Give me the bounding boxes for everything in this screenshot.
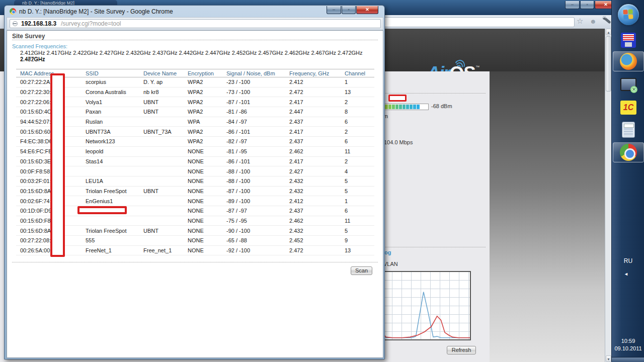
table-cell: 2.417 <box>285 156 341 166</box>
table-cell: -65 / -88 <box>222 236 285 246</box>
airos-logo-tm: ™ <box>475 65 479 69</box>
table-cell: NONE <box>184 186 222 196</box>
table-cell: WPA2 <box>184 77 222 87</box>
close-button[interactable]: ✕ <box>356 6 378 14</box>
table-cell: Volya1 <box>82 97 139 107</box>
table-cell <box>139 146 184 156</box>
table-cell: UBNT <box>139 97 184 107</box>
table-cell: 00:27:22:08:5 <box>16 236 82 246</box>
signal-segment <box>410 105 413 109</box>
table-cell: WPA2 <box>184 137 222 147</box>
table-row[interactable]: 00:1D:0F:D9:0NONE-87 / -972.4376 <box>16 206 374 216</box>
clock-time[interactable]: 10:59 <box>612 338 644 344</box>
table-cell: UBNT73A <box>82 127 139 137</box>
taskbar-item-save-app[interactable] <box>618 30 639 50</box>
table-row[interactable]: 00:27:22:06:CVolya1UBNTWPA2-87 / -1012.4… <box>16 97 374 107</box>
extension-icon[interactable]: ☻ <box>590 18 597 25</box>
table-row[interactable]: 00:15:6D:3E:2Stas14NONE-86 / -1012.4172 <box>16 156 374 166</box>
browser-scrollbar[interactable]: ▲ ▼ <box>605 29 611 362</box>
table-row[interactable]: 00:0F:F8:58:8NONE-88 / -1002.4274 <box>16 166 374 176</box>
minimize-button[interactable]: – <box>565 1 580 9</box>
table-cell: -81 / -95 <box>222 146 285 156</box>
table-cell: Triolan FreeSpot <box>82 226 139 236</box>
page-title: Site Survey <box>12 33 45 40</box>
table-row[interactable]: 00:15:6D:4C:FPaxanUBNTWPA2-81 / -862.447… <box>16 107 374 117</box>
taskbar-item-remote-desktop[interactable] <box>618 74 639 95</box>
table-cell: 555 <box>82 236 139 246</box>
taskbar-item-calculator[interactable] <box>618 120 639 140</box>
table-cell: WPA <box>184 117 222 127</box>
taskbar-item-firefox[interactable] <box>613 51 644 71</box>
scanned-frequencies-label: Scanned Frequencies: <box>12 43 67 49</box>
scan-button[interactable]: Scan <box>351 266 372 275</box>
table-row[interactable]: 00:27:22:2A:6scorpiusD. Y. apWPA2-23 / -… <box>16 77 374 87</box>
table-cell: 5 <box>341 176 374 186</box>
table-cell: UBNT <box>139 107 184 117</box>
firefox-icon <box>620 53 637 70</box>
maximize-button[interactable]: ▫ <box>342 6 356 14</box>
column-header: SSID <box>82 69 139 77</box>
table-cell: NONE <box>184 236 222 246</box>
taskbar-item-chrome[interactable] <box>613 142 644 162</box>
table-cell: 2.412 <box>285 196 341 206</box>
table-cell: 2.437 <box>285 137 341 147</box>
table-row[interactable]: 00:02:6F:74:4EnGenius1NONE-89 / -1002.41… <box>16 196 374 206</box>
taskbar-item-1c[interactable]: 1С <box>618 98 639 118</box>
floppy-icon <box>621 33 636 48</box>
scroll-down-icon[interactable]: ▼ <box>606 355 611 362</box>
table-row[interactable]: 00:27:22:08:5555NONE-65 / -882.4529 <box>16 236 374 246</box>
table-cell: 6 <box>341 137 374 147</box>
signal-segment <box>406 105 409 109</box>
table-row[interactable]: 00:27:22:30:3Corona Australisnb kr8WPA2-… <box>16 87 374 97</box>
table-cell: NONE <box>184 245 222 255</box>
table-cell: -87 / -97 <box>222 206 285 216</box>
table-cell: 2.412 <box>285 77 341 87</box>
table-row[interactable]: 00:03:2F:01:0LEU1ANONE-88 / -1002.4325 <box>16 176 374 186</box>
table-cell: -90 / -100 <box>222 226 285 236</box>
table-cell: NONE <box>184 226 222 236</box>
table-cell: NONE <box>184 196 222 206</box>
table-cell: 94:44:52:07:3 <box>16 117 82 127</box>
table-cell: 2.472 <box>285 87 341 97</box>
table-row[interactable]: 94:44:52:07:3RuslanWPA-84 / -972.4376 <box>16 117 374 127</box>
table-cell: -86 / -101 <box>222 127 285 137</box>
log-link-fragment[interactable]: og <box>384 249 391 255</box>
table-cell: Paxan <box>82 107 139 117</box>
refresh-button[interactable]: Refresh <box>447 346 476 354</box>
minimize-button[interactable]: – <box>327 6 341 14</box>
show-desktop-button[interactable] <box>612 357 644 362</box>
chart-lines <box>373 272 470 339</box>
clock-date[interactable]: 09.10.2011 <box>612 345 644 351</box>
table-row[interactable]: 00:15:6D:F8:FNONE-75 / -952.46211 <box>16 216 374 226</box>
table-cell: NONE <box>184 206 222 216</box>
table-cell: UBNT <box>139 186 184 196</box>
table-cell: Network123 <box>82 137 139 147</box>
popup-titlebar[interactable]: nb D. Y.: [NanoBridge M2] - Site Survey … <box>5 6 384 17</box>
scrollbar-thumb[interactable] <box>606 36 611 92</box>
table-cell: 13 <box>341 245 374 255</box>
signal-segment <box>417 105 420 109</box>
bookmark-star-icon[interactable]: ☆ <box>577 17 583 26</box>
show-hidden-icons[interactable]: ◄ <box>624 272 644 277</box>
table-cell: 00:27:22:30:3 <box>16 87 82 97</box>
maximize-button[interactable]: ▫ <box>580 1 594 9</box>
table-cell: -73 / -100 <box>222 87 285 97</box>
table-cell: NONE <box>184 146 222 156</box>
language-indicator[interactable]: RU <box>612 257 644 264</box>
windows-logo-icon <box>623 9 633 20</box>
table-row[interactable]: 54:E6:FC:FB:1leopoldNONE-81 / -952.46211 <box>16 146 374 156</box>
annotation-redaction-status-value <box>388 95 407 102</box>
table-cell: -87 / -100 <box>222 186 285 196</box>
table-row[interactable]: 00:15:6D:8A:1Triolan FreeSpotUBNTNONE-90… <box>16 226 374 236</box>
table-row[interactable]: 00:15:6D:60:DUBNT73AUBNT_73AWPA2-86 / -1… <box>16 127 374 137</box>
annotation-redaction-mac-column <box>50 73 65 257</box>
scroll-up-icon[interactable]: ▲ <box>606 29 611 35</box>
start-button[interactable] <box>618 4 639 25</box>
table-row[interactable]: F4:EC:38:D6:ENetwork123WPA2-82 / -972.43… <box>16 137 374 147</box>
wrench-menu-icon[interactable] <box>603 17 611 24</box>
table-row[interactable]: 00:26:5A:00:2FreeNet_1Free_net_1NONE-92 … <box>16 245 374 255</box>
table-row[interactable]: 00:15:6D:8A:1Triolan FreeSpotUBNTNONE-87… <box>16 186 374 196</box>
popup-address-bar[interactable]: 192.168.18.3 /survey.cgi?mode=tool <box>10 19 381 28</box>
desktop-gradient-margin <box>490 71 605 362</box>
table-cell: 5 <box>341 226 374 236</box>
